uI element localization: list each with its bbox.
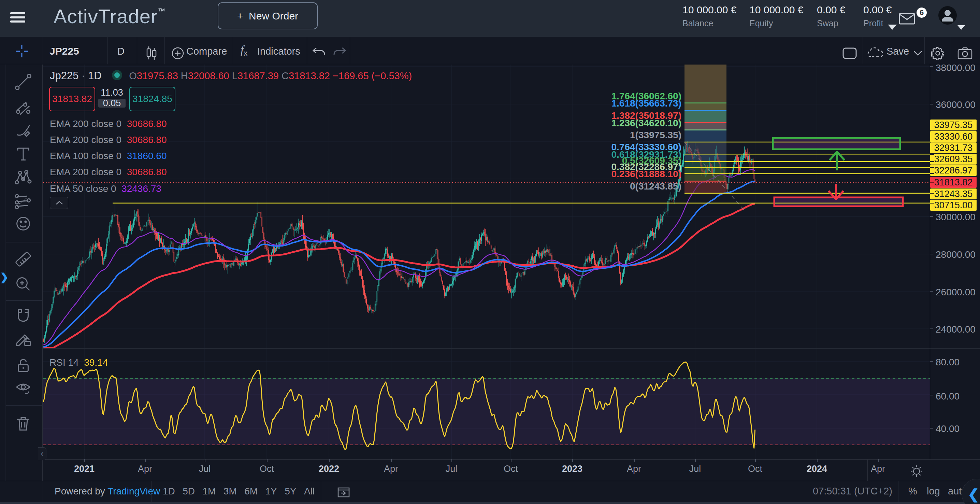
svg-text:0.236(31888.10): 0.236(31888.10) [611,169,681,179]
svg-text:1.236(34620.10): 1.236(34620.10) [611,118,681,128]
svg-text:1.618(35663.73): 1.618(35663.73) [611,98,681,108]
svg-text:0(31243.85): 0(31243.85) [630,181,681,191]
svg-text:1(33975.35): 1(33975.35) [630,130,681,140]
